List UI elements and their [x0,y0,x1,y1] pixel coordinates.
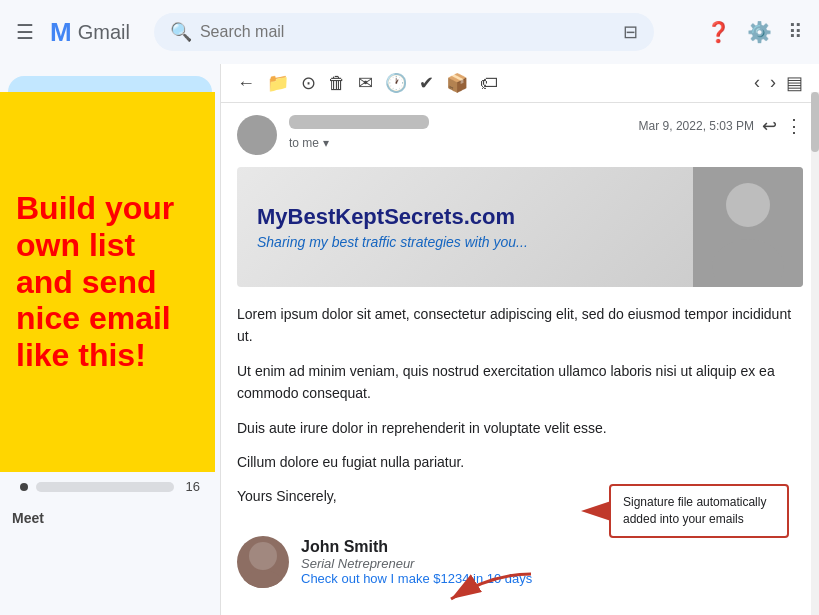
move-icon[interactable]: 📦 [446,72,468,94]
apps-icon[interactable]: ⠿ [788,20,803,44]
scrollbar-thumb[interactable] [811,92,819,152]
view-icon[interactable]: ▤ [786,72,803,94]
yellow-overlay: Build your own list and send nice email … [0,92,215,472]
clock-icon[interactable]: 🕐 [385,72,407,94]
m-icon: M [50,17,72,48]
banner-subtitle: Sharing my best traffic strategies with … [257,234,673,250]
scrollbar-track[interactable] [811,92,819,615]
search-icon: 🔍 [170,21,192,43]
gmail-label: Gmail [78,21,130,44]
email-area: ← 📁 ⊙ 🗑 ✉ 🕐 ✔ 📦 🏷 ‹ › ▤ to me ▾ [220,64,819,615]
meet-label: Meet [12,510,208,526]
red-arrow-svg [441,569,541,609]
sidebar-bullet-3[interactable]: 16 [8,475,212,498]
svg-point-3 [241,570,285,588]
top-right-icons: ❓ ⚙️ ⠿ [706,20,803,44]
settings-icon[interactable]: ⚙️ [747,20,772,44]
overlay-text: Build your own list and send nice email … [16,190,199,374]
bottom-badge: 16 [186,479,200,494]
reply-icon[interactable]: ↩ [762,115,777,137]
search-input[interactable] [200,23,615,41]
sender-name-bar [289,115,429,129]
label-icon[interactable]: 🏷 [480,73,498,94]
email-para-3: Duis aute irure dolor in reprehenderit i… [237,417,803,439]
sender-avatar [237,115,277,155]
more-icon[interactable]: ⋮ [785,115,803,137]
search-bar[interactable]: 🔍 ⊟ [154,13,654,51]
back-icon[interactable]: ← [237,73,255,94]
email-header: to me ▾ Mar 9, 2022, 5:03 PM ↩ ⋮ [221,103,819,159]
envelope-icon[interactable]: ✉ [358,72,373,94]
topbar: ☰ M Gmail 🔍 ⊟ ❓ ⚙️ ⠿ [0,0,819,64]
callout-arrow [581,501,611,521]
svg-point-2 [249,542,277,570]
hamburger-icon[interactable]: ☰ [16,20,34,44]
callout-text: Signature file automatically added into … [623,495,766,526]
check-icon[interactable]: ✔ [419,72,434,94]
email-actions: Mar 9, 2022, 5:03 PM ↩ ⋮ [639,115,803,137]
bullet-icon-3 [20,483,28,491]
toolbar-right: ‹ › ▤ [754,72,803,94]
to-me-chevron[interactable]: ▾ [323,136,329,150]
to-me-label: to me [289,136,319,150]
next-icon[interactable]: › [770,72,776,94]
sig-name: John Smith [301,538,532,556]
gmail-logo: M Gmail [50,17,130,48]
meet-section: Meet [0,502,220,534]
sig-avatar [237,536,289,588]
archive-icon[interactable]: 📁 [267,72,289,94]
banner-text-area: MyBestKeptSecrets.com Sharing my best tr… [237,188,693,266]
person-svg [708,177,788,277]
prev-icon[interactable]: ‹ [754,72,760,94]
email-para-1: Lorem ipsum dolor sit amet, consectetur … [237,303,803,348]
sig-avatar-svg [237,536,289,588]
report-icon[interactable]: ⊙ [301,72,316,94]
sender-info: to me ▾ [289,115,627,151]
delete-icon[interactable]: 🗑 [328,73,346,94]
email-toolbar: ← 📁 ⊙ 🗑 ✉ 🕐 ✔ 📦 🏷 ‹ › ▤ [221,64,819,103]
svg-point-1 [712,239,784,277]
email-banner: MyBestKeptSecrets.com Sharing my best tr… [237,167,803,287]
email-para-4: Cillum dolore eu fugiat nulla pariatur. [237,451,803,473]
svg-point-0 [726,183,770,227]
email-date: Mar 9, 2022, 5:03 PM [639,119,754,133]
email-para-2: Ut enim ad minim veniam, quis nostrud ex… [237,360,803,405]
help-icon[interactable]: ❓ [706,20,731,44]
sig-callout: Signature file automatically added into … [609,484,789,538]
search-filter-icon[interactable]: ⊟ [623,21,638,43]
banner-person-image [693,167,803,287]
bullet-bar-3 [36,482,174,492]
banner-title: MyBestKeptSecrets.com [257,204,673,230]
